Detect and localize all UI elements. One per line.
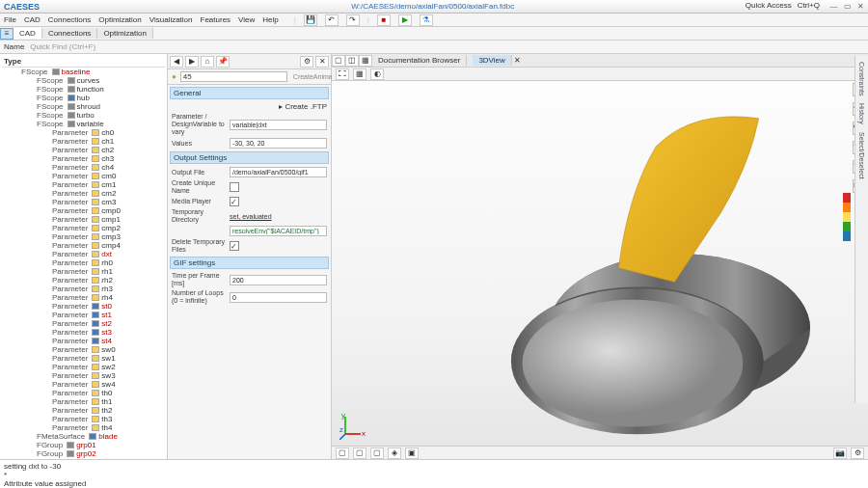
tree-item-cm3[interactable]: Parametercm3 [2, 198, 165, 206]
3d-viewport[interactable]: x y z ▲ ✥ ⟳ 🔍 ✎ ◻ [332, 81, 868, 446]
grid-icon[interactable]: ▦ [359, 55, 372, 67]
tree-item-th1[interactable]: Parameterth1 [2, 397, 165, 406]
tree-item-sw4[interactable]: Parametersw4 [2, 380, 165, 389]
menu-cad[interactable]: CAD [24, 15, 41, 24]
tree-item-st2[interactable]: Parameterst2 [2, 319, 165, 328]
pin-icon[interactable]: 📌 [216, 56, 230, 68]
tree-item-th0[interactable]: Parameterth0 [2, 389, 165, 397]
tree-item-st1[interactable]: Parameterst1 [2, 311, 165, 319]
tree-item-baseline[interactable]: FScopebaseline [2, 68, 165, 76]
tree-tab-icon[interactable]: ≡ [0, 28, 14, 40]
tree-item-grp01[interactable]: FGroupgrp01 [2, 441, 165, 449]
loops-input[interactable] [230, 292, 327, 303]
undo-icon[interactable]: ↶ [325, 14, 339, 26]
tree-item-turbo[interactable]: FScopeturbo [2, 111, 165, 120]
tree-item-th2[interactable]: Parameterth2 [2, 406, 165, 415]
section-gif[interactable]: GIF settings [170, 257, 329, 269]
tpf-input[interactable] [230, 275, 327, 285]
front-view-icon[interactable]: ▢ [336, 447, 349, 459]
object-name-input[interactable] [180, 71, 287, 82]
tree-item-st0[interactable]: Parameterst0 [2, 302, 165, 311]
tree-item-cmp4[interactable]: Parametercmp4 [2, 241, 165, 250]
stop-icon[interactable]: ■ [377, 14, 391, 26]
values-input[interactable] [230, 138, 327, 149]
close-button[interactable]: ✕ [857, 2, 864, 11]
tree-item-ch0[interactable]: Parameterch0 [2, 128, 165, 137]
shade-icon[interactable]: ◐ [370, 68, 384, 80]
side-view-icon[interactable]: ▢ [353, 447, 366, 459]
param-input[interactable] [230, 120, 327, 130]
tmpdir-input[interactable] [230, 226, 327, 236]
persp-icon[interactable]: ▣ [405, 447, 419, 459]
tab-3dview[interactable]: 3DView [473, 55, 511, 66]
tree-item-ch2[interactable]: Parameterch2 [2, 146, 165, 154]
fit-icon[interactable]: ⛶ [336, 68, 349, 80]
tree-item-ch4[interactable]: Parameterch4 [2, 163, 165, 172]
tree-item-sw3[interactable]: Parametersw3 [2, 371, 165, 380]
sidebar-constraints[interactable]: Constraints [858, 62, 865, 95]
tree-item-st3[interactable]: Parameterst3 [2, 328, 165, 337]
mesh-icon[interactable]: ▦ [353, 68, 366, 80]
tree-item-c1[interactable]: FImageCurvec1 [2, 458, 165, 459]
tree-item-cm1[interactable]: Parametercm1 [2, 180, 165, 189]
tree-item-cm2[interactable]: Parametercm2 [2, 189, 165, 198]
section-output[interactable]: Output Settings [170, 151, 329, 164]
media-checkbox[interactable]: ✓ [230, 197, 239, 206]
tree-item-sw0[interactable]: Parametersw0 [2, 345, 165, 354]
tree-item-function[interactable]: FScopefunction [2, 85, 165, 94]
tab-connections[interactable]: Connections [42, 28, 97, 39]
tree-item-hub[interactable]: FScopehub [2, 94, 165, 102]
view-switch-icon[interactable]: ▢ [332, 55, 345, 67]
tree-item-dxt[interactable]: Parameterdxt [2, 250, 165, 258]
delete-checkbox[interactable]: ✓ [230, 241, 239, 251]
iso-view-icon[interactable]: ◈ [388, 447, 401, 459]
tree-item-ch3[interactable]: Parameterch3 [2, 154, 165, 163]
sidebar-history[interactable]: History [858, 103, 865, 124]
tree-item-rh4[interactable]: Parameterrh4 [2, 293, 165, 302]
section-general[interactable]: General [170, 87, 329, 99]
sidebar-select[interactable]: Select/Deselect [858, 132, 865, 179]
tab-optimization[interactable]: Optimization [97, 28, 152, 39]
home-icon[interactable]: ⌂ [201, 56, 214, 68]
back-icon[interactable]: ◀ [170, 56, 183, 68]
tree-item-rh1[interactable]: Parameterrh1 [2, 267, 165, 276]
split-icon[interactable]: ◫ [345, 55, 359, 67]
play-icon[interactable]: ▶ [398, 14, 412, 26]
screenshot-icon[interactable]: 📷 [833, 447, 847, 459]
tree-item-cmp0[interactable]: Parametercmp0 [2, 206, 165, 215]
menu-help[interactable]: Help [262, 15, 278, 24]
settings-icon[interactable]: ⚙ [851, 447, 864, 459]
fwd-icon[interactable]: ▶ [185, 56, 199, 68]
beaker-icon[interactable]: ⚗ [420, 14, 433, 26]
tree-item-th4[interactable]: Parameterth4 [2, 423, 165, 432]
quick-find-placeholder[interactable]: Quick Find (Ctrl+F) [30, 42, 95, 51]
menu-optimization[interactable]: Optimization [98, 15, 141, 24]
tree-item-cmp3[interactable]: Parametercmp3 [2, 232, 165, 241]
tree-item-ch1[interactable]: Parameterch1 [2, 137, 165, 146]
top-view-icon[interactable]: ▢ [370, 447, 384, 459]
menu-file[interactable]: File [4, 15, 16, 24]
tree-item-shroud[interactable]: FScopeshroud [2, 102, 165, 111]
tree-item-cm0[interactable]: Parametercm0 [2, 172, 165, 180]
menu-features[interactable]: Features [201, 15, 231, 24]
tree-item-cmp1[interactable]: Parametercmp1 [2, 215, 165, 224]
tab-close-icon[interactable]: ✕ [514, 56, 521, 65]
outfile-input[interactable] [230, 167, 327, 177]
tree-item-rh2[interactable]: Parameterrh2 [2, 276, 165, 285]
tree-item-grp02[interactable]: FGroupgrp02 [2, 449, 165, 458]
panel-close-icon[interactable]: ✕ [315, 56, 329, 68]
tree-item-cmp2[interactable]: Parametercmp2 [2, 224, 165, 232]
menu-view[interactable]: View [238, 15, 255, 24]
tree-item-sw2[interactable]: Parametersw2 [2, 363, 165, 371]
tree-item-th3[interactable]: Parameterth3 [2, 415, 165, 423]
menu-visualization[interactable]: Visualization [149, 15, 193, 24]
create-fp-button[interactable]: ▸ Create .FTP [279, 102, 327, 111]
tree-item-variable[interactable]: FScopevariable [2, 120, 165, 128]
tab-cad[interactable]: CAD [14, 28, 42, 39]
tree-item-rh3[interactable]: Parameterrh3 [2, 285, 165, 293]
tree-item-blade[interactable]: FMetaSurfaceblade [2, 432, 165, 441]
tab-documentation[interactable]: Documentation Browser [372, 55, 467, 66]
menu-connections[interactable]: Connections [48, 15, 91, 24]
tree-item-sw1[interactable]: Parametersw1 [2, 354, 165, 363]
unique-checkbox[interactable] [230, 182, 239, 192]
